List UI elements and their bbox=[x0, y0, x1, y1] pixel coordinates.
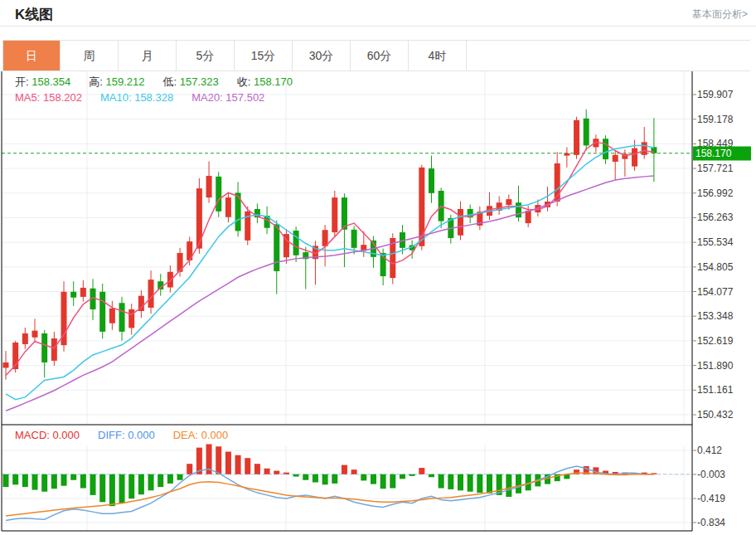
macd-bar bbox=[90, 474, 96, 495]
indicator-value: 0.000 bbox=[201, 429, 229, 441]
macd-bar bbox=[22, 474, 28, 487]
y-axis-tick-label: 151.161 bbox=[697, 384, 733, 396]
macd-bar bbox=[390, 474, 395, 489]
indicator-label: MACD: bbox=[15, 429, 53, 441]
candle-body bbox=[80, 288, 86, 297]
indicator-label: 开: bbox=[15, 75, 32, 88]
indicator-value: 0.000 bbox=[128, 429, 155, 441]
candle-body bbox=[332, 197, 337, 232]
candle-body bbox=[342, 197, 347, 230]
macd-bar bbox=[380, 474, 386, 489]
candle-body bbox=[322, 230, 328, 246]
candle-body bbox=[3, 362, 9, 368]
indicator-value: 158.354 bbox=[32, 75, 70, 88]
macd-bar bbox=[264, 469, 270, 474]
macd-bar bbox=[322, 474, 328, 485]
indicator-pair: DEA: 0.000 bbox=[173, 429, 229, 441]
candle-body bbox=[70, 292, 76, 298]
macd-bar bbox=[216, 446, 221, 474]
macd-bar bbox=[148, 474, 154, 491]
macd-bar bbox=[177, 474, 183, 480]
macd-bar bbox=[99, 474, 105, 503]
candle-body bbox=[32, 331, 38, 338]
macd-bar bbox=[167, 474, 173, 484]
indicator-pair: MA20: 157.502 bbox=[191, 91, 264, 104]
y-axis-tick-label: 156.992 bbox=[697, 187, 733, 199]
indicator-label: MA5: bbox=[15, 91, 43, 104]
macd-bar bbox=[400, 474, 405, 479]
candle-body bbox=[99, 292, 105, 332]
macd-bar bbox=[61, 474, 67, 486]
y-axis-tick-label: 159.178 bbox=[697, 114, 733, 125]
candle-body bbox=[274, 224, 279, 271]
candle-body bbox=[206, 176, 212, 197]
y-axis-tick-label: 154.077 bbox=[697, 286, 733, 298]
indicator-label: 高: bbox=[89, 75, 105, 88]
candle-body bbox=[458, 209, 463, 236]
macd-bar bbox=[225, 452, 231, 474]
macd-bar bbox=[138, 474, 144, 494]
macd-bar bbox=[361, 474, 366, 481]
indicator-value: 158.328 bbox=[134, 91, 173, 104]
candle-body bbox=[293, 231, 299, 255]
candle-body bbox=[128, 309, 134, 328]
macd-bar bbox=[303, 474, 308, 480]
candle-body bbox=[216, 177, 221, 212]
macd-bar bbox=[32, 474, 38, 490]
macd-axis-tick-label: -0.419 bbox=[697, 493, 725, 504]
macd-bar bbox=[274, 471, 279, 474]
ohlc-info-row: 开: 158.354高: 159.212低: 157.323收: 158.170 bbox=[15, 75, 311, 90]
macd-axis-tick-label: -0.834 bbox=[697, 517, 725, 528]
macd-bar bbox=[332, 474, 337, 484]
macd-axis-tick-label: 0.412 bbox=[697, 445, 722, 456]
macd-bar bbox=[254, 464, 260, 474]
macd-bar bbox=[284, 473, 289, 474]
indicator-pair: 收: 158.170 bbox=[237, 75, 293, 88]
macd-bar bbox=[293, 474, 299, 477]
indicator-value: 159.212 bbox=[105, 75, 144, 88]
candle-body bbox=[526, 211, 531, 223]
macd-bar bbox=[80, 474, 86, 489]
macd-bar bbox=[51, 474, 57, 489]
y-axis-tick-label: 157.721 bbox=[697, 163, 733, 174]
indicator-label: MA10: bbox=[100, 91, 134, 104]
indicator-label: DEA: bbox=[173, 429, 201, 441]
candle-body bbox=[41, 333, 47, 362]
candle-body bbox=[51, 338, 57, 361]
indicator-value: 157.502 bbox=[225, 91, 264, 104]
candle-body bbox=[603, 139, 608, 159]
macd-bar bbox=[342, 465, 347, 474]
macd-bar bbox=[439, 474, 444, 489]
candle-body bbox=[516, 202, 521, 217]
y-axis-tick-label: 159.907 bbox=[697, 89, 733, 100]
macd-bar bbox=[429, 474, 434, 477]
macd-bar bbox=[448, 474, 453, 489]
macd-bar bbox=[158, 474, 163, 487]
ma-info-row: MA5: 158.202MA10: 158.328MA20: 157.502 bbox=[15, 91, 283, 104]
y-axis-tick-label: 156.263 bbox=[697, 212, 733, 223]
indicator-pair: 开: 158.354 bbox=[15, 75, 70, 88]
indicator-label: 收: bbox=[237, 75, 254, 88]
macd-bar bbox=[128, 474, 134, 499]
indicator-pair: 高: 159.212 bbox=[89, 75, 144, 88]
y-axis-tick-label: 150.432 bbox=[697, 409, 733, 421]
candle-body bbox=[584, 119, 589, 146]
macd-bar bbox=[12, 474, 18, 485]
candle-body bbox=[632, 148, 637, 167]
indicator-pair: MA10: 158.328 bbox=[100, 91, 173, 104]
macd-bar bbox=[41, 474, 47, 492]
indicator-label: 低: bbox=[162, 75, 179, 88]
macd-bar bbox=[313, 474, 318, 483]
candle-body bbox=[564, 153, 569, 156]
candle-body bbox=[429, 168, 434, 193]
indicator-label: DIFF: bbox=[98, 429, 128, 441]
macd-bar bbox=[70, 474, 76, 480]
macd-bar bbox=[235, 455, 241, 474]
candle-body bbox=[351, 230, 357, 248]
macd-bar bbox=[458, 474, 463, 491]
indicator-value: 158.202 bbox=[43, 91, 82, 104]
macd-bar bbox=[506, 474, 511, 497]
candle-body bbox=[167, 272, 173, 288]
candle-body bbox=[419, 168, 424, 246]
indicator-pair: 低: 157.323 bbox=[162, 75, 218, 88]
